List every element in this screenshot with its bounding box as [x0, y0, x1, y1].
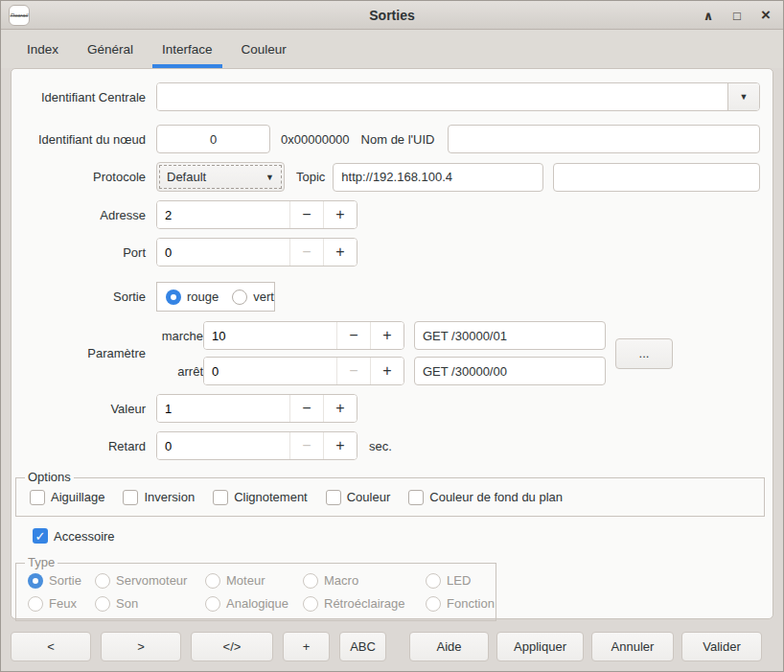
radio-icon [303, 596, 318, 612]
marche-input[interactable] [204, 322, 336, 349]
sortie-label: Sortie [12, 290, 156, 304]
radio-vert[interactable]: vert [232, 290, 274, 305]
checkbox-icon [213, 490, 228, 505]
radio-type-servomoteur[interactable]: Servomoteur [95, 573, 205, 589]
checkbox-inversion[interactable]: Inversion [123, 490, 195, 505]
retard-input[interactable] [157, 432, 289, 459]
cancel-button[interactable]: Annuler [591, 632, 674, 661]
protocole-dropdown[interactable]: Default ▼ [156, 162, 285, 192]
adresse-label: Adresse [12, 208, 156, 222]
protocole-selected-value: Default [167, 170, 265, 184]
checkbox-couleur[interactable]: Couleur [326, 490, 391, 505]
radio-icon [28, 573, 43, 589]
adresse-spinner: − + [156, 200, 357, 229]
plus-icon[interactable]: + [323, 201, 357, 228]
maximize-icon[interactable]: □ [729, 8, 745, 23]
browse-button[interactable]: ... [615, 338, 673, 369]
radio-label: Rétroéclairage [324, 596, 405, 611]
identifiant-noeud-label: Identifiant du nœud [12, 132, 156, 147]
abc-button[interactable]: ABC [339, 632, 386, 661]
radio-type-son[interactable]: Son [95, 596, 205, 612]
close-icon[interactable]: × [758, 8, 773, 23]
minimize-icon[interactable]: ∧ [701, 8, 716, 23]
checkbox-label: Couleur de fond du plan [429, 490, 563, 504]
radio-label: Macro [324, 573, 358, 588]
plus-icon[interactable]: + [323, 239, 357, 266]
identifiant-centrale-combo: ▼ [156, 82, 760, 111]
radio-type-retroeclairage[interactable]: Rétroéclairage [303, 596, 426, 612]
checkbox-clignotement[interactable]: Clignotement [213, 490, 308, 505]
tab-index[interactable]: Index [17, 30, 68, 68]
nom-uid-input[interactable] [448, 125, 760, 153]
radio-label: Fonction [447, 596, 495, 611]
dialog-window: Rocrail Sorties ∧ □ × Index Général Inte… [0, 0, 784, 672]
marche-label: marche [156, 329, 203, 343]
checkbox-label: Couleur [347, 490, 391, 504]
minus-icon[interactable]: − [336, 358, 370, 384]
checkbox-label: Inversion [144, 490, 195, 504]
adresse-input[interactable] [157, 201, 289, 228]
checkbox-icon [408, 490, 424, 505]
radio-type-led[interactable]: LED [426, 573, 496, 589]
arret-command-input[interactable] [414, 357, 606, 385]
radio-type-sortie[interactable]: Sortie [28, 573, 95, 589]
footer-button-bar: < > </> + ABC Aide Appliquer Annuler Val… [11, 632, 762, 661]
identifiant-noeud-input[interactable] [156, 125, 270, 153]
radio-label: Son [116, 596, 138, 611]
radio-icon [166, 290, 181, 305]
add-button[interactable]: + [283, 632, 330, 661]
tab-general[interactable]: Général [78, 30, 143, 68]
radio-label: Moteur [226, 573, 265, 588]
chevron-down-icon: ▼ [265, 173, 274, 182]
port-input[interactable] [157, 239, 289, 266]
next-button[interactable]: > [101, 632, 181, 661]
titlebar[interactable]: Rocrail Sorties ∧ □ × [1, 1, 783, 30]
valeur-input[interactable] [157, 395, 289, 422]
plus-icon[interactable]: + [370, 358, 404, 384]
minus-icon[interactable]: − [336, 322, 370, 349]
chevron-down-icon: ▼ [740, 92, 749, 102]
radio-rouge[interactable]: rouge [166, 290, 219, 305]
ok-button[interactable]: Valider [681, 632, 762, 661]
minus-icon[interactable]: − [289, 239, 323, 266]
radio-type-fonction[interactable]: Fonction [426, 596, 496, 612]
radio-type-moteur[interactable]: Moteur [205, 573, 303, 589]
help-button[interactable]: Aide [409, 632, 489, 661]
plus-icon[interactable]: + [370, 322, 404, 349]
plus-icon[interactable]: + [323, 432, 357, 459]
app-icon-label: Rocrail [11, 12, 29, 18]
arret-input[interactable] [204, 358, 336, 384]
radio-type-analogique[interactable]: Analogique [205, 596, 303, 612]
plus-icon[interactable]: + [323, 395, 357, 422]
tab-interface[interactable]: Interface [152, 30, 222, 68]
marche-command-input[interactable] [414, 321, 606, 350]
radio-type-macro[interactable]: Macro [303, 573, 426, 589]
minus-icon[interactable]: − [289, 201, 323, 228]
apply-button[interactable]: Appliquer [496, 632, 584, 661]
tab-couleur[interactable]: Couleur [232, 30, 296, 68]
radio-icon [28, 596, 43, 612]
valeur-spinner: − + [156, 394, 357, 423]
radio-label: Analogique [226, 596, 288, 611]
radio-icon [205, 596, 220, 612]
radio-icon [95, 596, 110, 612]
minus-icon[interactable]: − [289, 432, 323, 459]
checkbox-accessoire[interactable]: ✓ Accessoire [33, 528, 115, 544]
options-group: Options Aiguillage Inversion Clignotemen… [15, 477, 765, 517]
xml-button[interactable]: </> [191, 632, 273, 661]
topic-extra-input[interactable] [553, 163, 760, 192]
checkbox-label: Clignotement [234, 490, 308, 504]
radio-icon [95, 573, 110, 589]
identifiant-centrale-input[interactable] [157, 83, 727, 110]
topic-input[interactable] [333, 163, 543, 192]
minus-icon[interactable]: − [289, 395, 323, 422]
previous-button[interactable]: < [11, 632, 91, 661]
retard-label: Retard [12, 439, 156, 453]
checkbox-couleur-fond-plan[interactable]: Couleur de fond du plan [408, 490, 563, 505]
window-title: Sorties [369, 8, 414, 23]
radio-type-feux[interactable]: Feux [28, 596, 95, 612]
nom-uid-label: Nom de l'UID [361, 132, 435, 147]
identifiant-centrale-dropdown-button[interactable]: ▼ [727, 83, 759, 110]
checkbox-aiguillage[interactable]: Aiguillage [30, 490, 104, 505]
port-spinner: − + [156, 238, 357, 266]
